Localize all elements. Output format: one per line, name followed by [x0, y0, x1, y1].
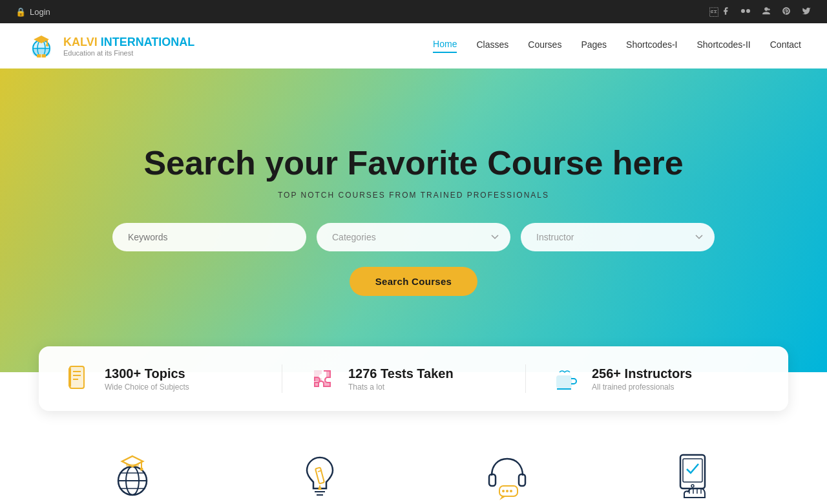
nav-courses[interactable]: Courses: [528, 39, 561, 52]
header: KALVI INTERNATIONAL Education at its Fin…: [0, 23, 827, 68]
stats-bar: 1300+ Topics Wide Choice of Subjects 127…: [39, 346, 788, 411]
svg-point-27: [140, 468, 143, 471]
svg-point-39: [506, 490, 508, 492]
hero-section: Search your Favorite Course here TOP NOT…: [0, 68, 827, 372]
logo[interactable]: KALVI INTERNATIONAL Education at its Fin…: [26, 30, 194, 61]
graduation-cap-globe-icon: [103, 450, 162, 501]
svg-point-9: [46, 44, 48, 47]
svg-rect-28: [126, 464, 139, 467]
main-nav: Home Classes Courses Pages Shortcodes-I …: [433, 39, 801, 53]
svg-point-44: [691, 485, 694, 487]
book-icon: [65, 364, 93, 393]
keywords-input[interactable]: [112, 223, 306, 251]
headphones-chat-icon: [478, 450, 536, 501]
tablet-hand-icon: [665, 450, 724, 501]
nav-contact[interactable]: Contact: [770, 39, 801, 52]
hero-content: Search your Favorite Course here TOP NOT…: [0, 145, 827, 296]
stat-topics-text: 1300+ Topics Wide Choice of Subjects: [105, 366, 189, 392]
facebook-icon[interactable]: : [709, 6, 730, 17]
categories-select[interactable]: Categories: [317, 223, 510, 251]
logo-icon: [26, 30, 57, 61]
google-plus-icon[interactable]: [761, 6, 771, 17]
lightbulb-icon-item: [281, 450, 359, 501]
puzzle-icon: [308, 364, 337, 393]
graduation-icon-item: [94, 450, 171, 501]
nav-home[interactable]: Home: [433, 39, 457, 53]
stat-topics-number: 1300+ Topics: [105, 366, 189, 381]
pinterest-icon[interactable]: [782, 6, 791, 17]
top-bar: 🔒 Login : [0, 0, 827, 23]
svg-rect-12: [70, 366, 84, 388]
svg-rect-18: [557, 376, 571, 388]
nav-shortcodes-ii[interactable]: Shortcodes-II: [696, 39, 750, 52]
svg-rect-17: [68, 368, 71, 387]
twitter-icon[interactable]: [801, 6, 811, 17]
flickr-icon[interactable]: [740, 6, 751, 17]
stat-tests-number: 1276 Tests Taken: [348, 366, 454, 381]
stat-tests: 1276 Tests Taken Thats a lot: [282, 364, 519, 393]
logo-tagline: Education at its Finest: [63, 49, 194, 57]
stat-instructors-desc: All trained professionals: [592, 383, 692, 392]
nav-shortcodes-i[interactable]: Shortcodes-I: [626, 39, 677, 52]
instructor-select[interactable]: Instructor: [521, 223, 715, 251]
stat-tests-desc: Thats a lot: [348, 383, 454, 392]
login-area[interactable]: 🔒 Login: [16, 7, 50, 17]
stat-instructors-number: 256+ Instructors: [592, 366, 692, 381]
stat-topics-desc: Wide Choice of Subjects: [105, 383, 189, 392]
svg-rect-35: [489, 474, 496, 486]
search-bar: Categories Instructor: [13, 223, 814, 251]
coffee-icon: [552, 364, 580, 393]
logo-name: KALVI INTERNATIONAL: [63, 36, 194, 49]
svg-point-1: [746, 9, 750, 13]
nav-pages[interactable]: Pages: [581, 39, 607, 52]
svg-point-40: [510, 490, 512, 492]
nav-classes[interactable]: Classes: [476, 39, 508, 52]
search-courses-button[interactable]: Search Courses: [350, 267, 477, 296]
hero-subtitle: TOP NOTCH COURSES FROM TRAINED PROFESSIO…: [13, 191, 814, 200]
login-label[interactable]: Login: [30, 7, 50, 17]
social-links: : [709, 6, 811, 17]
hero-title: Search your Favorite Course here: [13, 145, 814, 182]
headphones-icon-item: [468, 450, 546, 501]
stat-instructors-text: 256+ Instructors All trained professiona…: [592, 366, 692, 392]
svg-point-0: [741, 9, 745, 13]
svg-rect-8: [47, 39, 48, 45]
stat-topics: 1300+ Topics Wide Choice of Subjects: [65, 364, 275, 393]
lock-icon: 🔒: [16, 7, 26, 17]
svg-marker-33: [318, 485, 322, 490]
stat-tests-text: 1276 Tests Taken Thats a lot: [348, 366, 454, 392]
svg-rect-36: [519, 474, 525, 486]
svg-rect-32: [315, 467, 324, 483]
lightbulb-pencil-icon: [291, 450, 349, 501]
tablet-icon-item: [656, 450, 733, 501]
bottom-icons-section: [0, 430, 827, 504]
logo-text: KALVI INTERNATIONAL Education at its Fin…: [63, 36, 194, 57]
svg-point-38: [502, 490, 505, 492]
stat-instructors: 256+ Instructors All trained professiona…: [525, 364, 762, 393]
